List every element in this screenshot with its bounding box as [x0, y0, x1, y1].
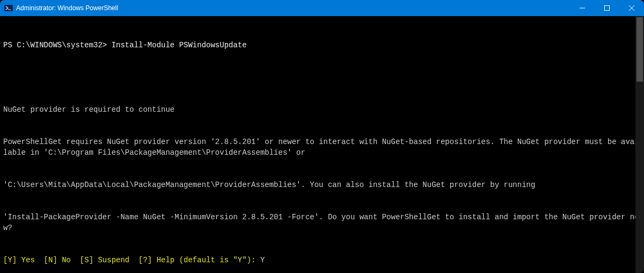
svg-rect-1	[605, 6, 610, 11]
close-button[interactable]	[619, 0, 644, 16]
terminal-area[interactable]: PS C:\WINDOWS\system32> Install-Module P…	[0, 16, 644, 273]
maximize-button[interactable]	[595, 0, 619, 16]
command-text: Install-Module PSWindowsUpdate	[112, 41, 247, 49]
nuget-options: [Y] Yes [N] No [S] Suspend [?] Help (def…	[3, 256, 260, 264]
scrollbar-thumb[interactable]	[636, 17, 643, 82]
nuget-msg-1: PowerShellGet requires NuGet provider ve…	[3, 136, 641, 158]
prompt-line-1: PS C:\WINDOWS\system32> Install-Module P…	[3, 40, 641, 51]
blank-line	[3, 72, 641, 83]
minimize-button[interactable]	[570, 0, 595, 16]
nuget-prompt: [Y] Yes [N] No [S] Suspend [?] Help (def…	[3, 255, 641, 265]
nuget-heading: NuGet provider is required to continue	[3, 104, 641, 115]
nuget-answer: Y	[260, 256, 265, 264]
window-title: Administrator: Windows PowerShell	[16, 4, 118, 12]
nuget-msg-2: 'C:\Users\Mita\AppData\Local\PackageMana…	[3, 179, 641, 190]
powershell-icon	[4, 4, 13, 12]
nuget-msg-3: 'Install-PackageProvider -Name NuGet -Mi…	[3, 212, 641, 233]
vertical-scrollbar[interactable]	[635, 16, 644, 273]
prompt-text: PS C:\WINDOWS\system32>	[3, 41, 112, 49]
title-bar[interactable]: Administrator: Windows PowerShell	[0, 0, 644, 16]
